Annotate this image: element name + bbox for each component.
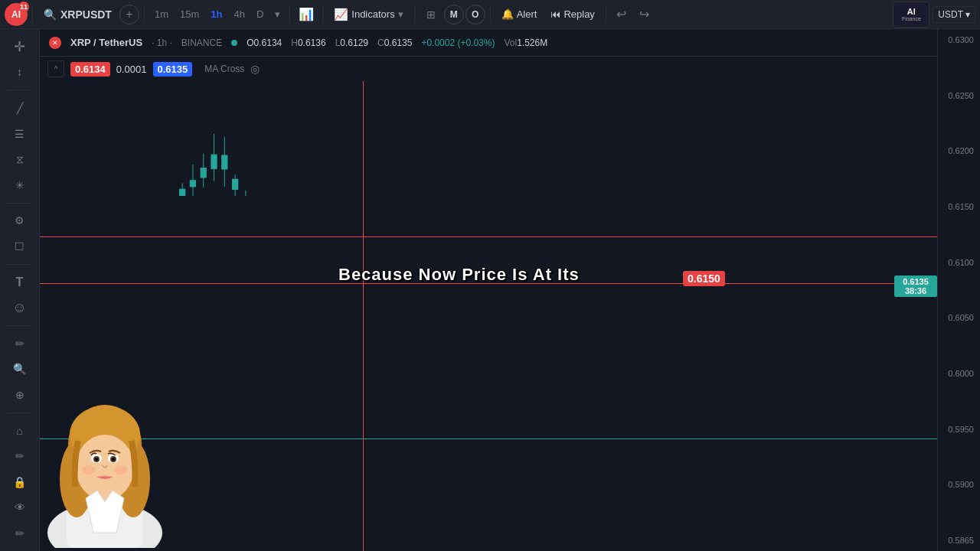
alert-label: Alert	[517, 8, 537, 20]
svg-rect-38	[179, 189, 185, 196]
live-dot	[231, 40, 237, 46]
separator-4	[322, 6, 323, 23]
price-level-8: 0.5900	[941, 480, 977, 489]
indicator-collapse-button[interactable]: ^	[47, 60, 64, 77]
sidebar-sep-1	[8, 90, 32, 90]
close-chart-button[interactable]: ✕	[49, 37, 61, 49]
svg-rect-46	[221, 155, 227, 169]
ai-finance-logo[interactable]: AI Finance	[893, 2, 929, 28]
price-level-3: 0.6150	[941, 202, 977, 211]
text-tool[interactable]: T	[6, 271, 34, 294]
arrow-tool[interactable]: ↕	[6, 61, 34, 84]
symbol-bar: ✕ XRP / TetherUS · 1h · BINANCE O0.6134 …	[40, 29, 980, 57]
bell-icon: 🔔	[501, 8, 514, 20]
currency-dropdown[interactable]: USDT ▾	[933, 6, 975, 23]
plus-icon: +	[126, 8, 132, 21]
alert-button[interactable]: 🔔 Alert	[495, 6, 544, 22]
user-avatar[interactable]: AI 11	[5, 3, 28, 26]
redo-button[interactable]: ↪	[634, 4, 655, 25]
annotation-price-badge: 0.6150	[683, 271, 725, 286]
chart-area[interactable]: Because Now Price Is At Its 0.6150 0.613…	[40, 81, 937, 551]
replay-button[interactable]: ⏮ Replay	[544, 6, 600, 22]
fib-tool[interactable]: ⧖	[6, 148, 34, 171]
zoom-tool[interactable]: 🔍	[6, 358, 34, 381]
close-price: C0.6135	[377, 37, 412, 48]
symbol-full-name: XRP / TetherUS	[70, 37, 142, 48]
chevron-down-icon: ▾	[275, 8, 280, 20]
lock-drawing-tool[interactable]: ✏	[6, 445, 34, 468]
sidebar-sep-4	[8, 325, 32, 326]
chart-annotation-text: Because Now Price Is At Its	[338, 265, 580, 285]
trash-tool[interactable]: ✏	[6, 522, 34, 545]
ai-logo-text: AI	[907, 8, 916, 16]
separator-7	[606, 6, 606, 23]
indicators-label: Indicators	[351, 8, 394, 20]
notification-badge: 11	[18, 2, 29, 12]
price-level-7: 0.5950	[941, 425, 977, 434]
rect-tool[interactable]: ☐	[6, 235, 34, 258]
currency-chevron-icon: ▾	[965, 9, 970, 20]
sidebar-sep-2	[8, 203, 32, 204]
horizontal-line-tool[interactable]: ☰	[6, 122, 34, 145]
pattern-tool[interactable]: ⚙	[6, 210, 34, 233]
volume: Vol1.526M	[504, 37, 547, 48]
price-level-9: 0.5865	[941, 536, 977, 545]
chart-type-button[interactable]: 📊	[295, 4, 318, 25]
sidebar-sep-3	[8, 264, 32, 265]
interval-label: · 1h ·	[152, 37, 172, 48]
price-level-2: 0.6200	[941, 146, 977, 155]
exchange-label: BINANCE	[181, 37, 222, 48]
trendline-tool[interactable]: ╱	[6, 96, 34, 119]
current-price-time: 38:36	[897, 286, 934, 295]
magnet-tool[interactable]: ⌂	[6, 419, 34, 442]
eye-icon[interactable]: ◎	[250, 63, 260, 75]
separator-6	[490, 6, 491, 23]
finance-logo-text: Finance	[902, 16, 921, 21]
add-symbol-button[interactable]: +	[119, 5, 139, 24]
current-price-value: 0.6135	[897, 277, 934, 286]
timeframe-dropdown[interactable]: ▾	[270, 6, 285, 22]
indicators-chevron: ▾	[398, 8, 403, 20]
hide-tool[interactable]: 👁	[6, 497, 34, 520]
tf-1h[interactable]: 1h	[205, 6, 227, 22]
svg-rect-42	[201, 168, 207, 178]
tf-4h[interactable]: 4h	[228, 6, 250, 22]
lock-tool[interactable]: 🔒	[6, 471, 34, 494]
emoji-tool[interactable]: ☺	[6, 296, 34, 319]
templates-button[interactable]: ⊞	[420, 4, 443, 25]
indicator-row: ^ 0.6134 0.0001 0.6135 MA Cross ◎	[40, 57, 980, 81]
symbol-search[interactable]: 🔍 XRPUSDT	[38, 5, 118, 24]
separator-3	[289, 6, 290, 23]
zoom-add-tool[interactable]: ⊕	[6, 383, 34, 406]
crosshair-tool[interactable]: ✛	[6, 35, 34, 58]
replay-label: Replay	[564, 8, 594, 20]
price-level-5: 0.6050	[941, 313, 977, 322]
price-change: +0.0002 (+0.03%)	[421, 37, 495, 48]
svg-rect-48	[232, 179, 238, 190]
currency-label: USDT	[938, 9, 963, 20]
tf-1m[interactable]: 1m	[149, 6, 174, 22]
price-level-0: 0.6300	[941, 35, 977, 44]
separator-5	[414, 6, 415, 23]
network-tool[interactable]: ✳	[6, 174, 34, 197]
indicator-chart-icon: 📈	[334, 8, 348, 21]
m-button[interactable]: M	[444, 5, 464, 24]
brush-tool[interactable]: ✏	[6, 332, 34, 355]
svg-rect-44	[211, 155, 217, 169]
separator-1	[32, 6, 33, 23]
price-level-6: 0.6000	[941, 369, 977, 378]
vertical-marker-line	[363, 81, 364, 551]
tf-15m[interactable]: 15m	[175, 6, 204, 22]
o-button[interactable]: O	[466, 5, 485, 24]
price-level-1: 0.6250	[941, 91, 977, 100]
current-price-badge: 0.6135 38:36	[894, 276, 937, 297]
open-price: O0.6134	[247, 37, 282, 48]
chart-canvas: Because Now Price Is At Its 0.6150 0.613…	[40, 81, 937, 551]
undo-button[interactable]: ↩	[611, 4, 632, 25]
resistance-line-upper	[40, 236, 937, 237]
candlestick-icon: 📊	[299, 7, 314, 21]
tf-d[interactable]: D	[251, 6, 269, 22]
indicators-button[interactable]: 📈 Indicators ▾	[328, 5, 409, 24]
price-level-4: 0.6100	[941, 258, 977, 267]
price-axis: 0.6300 0.6250 0.6200 0.6150 0.6100 0.605…	[937, 29, 980, 551]
